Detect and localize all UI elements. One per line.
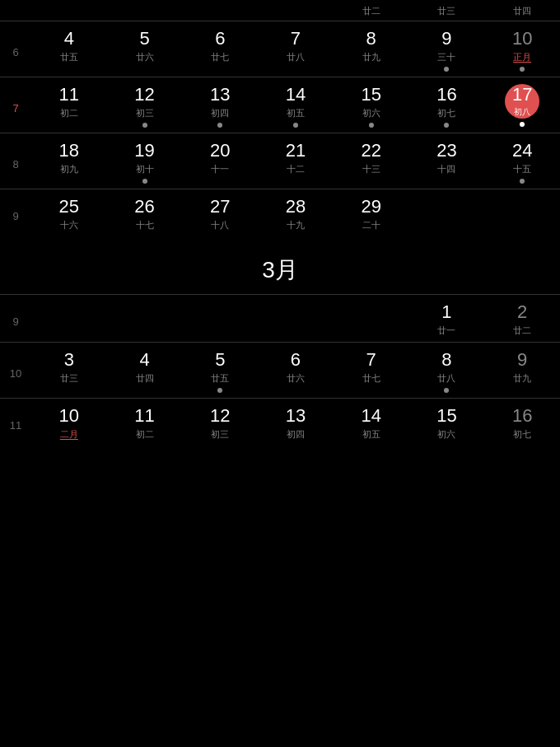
day-num: 10	[59, 405, 79, 427]
day-sub: 廿五	[60, 51, 78, 63]
day-num: 16	[512, 405, 532, 427]
day-cell[interactable]: 20 十一	[182, 133, 258, 189]
day-sub: 廿四	[513, 5, 531, 17]
day-cell[interactable]: 12 初三	[107, 77, 183, 133]
week-row-10-mar: 10 3 廿三 4 廿四 5 廿五 6 廿六 7 廿七 8 廿八 9 廿九	[0, 342, 560, 398]
day-num: 12	[134, 84, 154, 105]
day-cell[interactable]: 8 廿八	[409, 342, 485, 398]
week-row-8: 8 18 初九 19 初十 20 十一 21 十二 22 十三 23 十四 24…	[0, 133, 560, 189]
day-cell[interactable]: 4 廿五	[31, 21, 107, 77]
day-cell[interactable]: 13 初四	[258, 398, 334, 446]
day-cell[interactable]: 26 十七	[107, 189, 183, 236]
week-row-11-mar: 11 10 二月 11 初二 12 初三 13 初四 14 初五 15 初六 1…	[0, 398, 560, 446]
day-sub: 正月	[513, 51, 531, 63]
day-num: 14	[286, 84, 306, 105]
day-cell[interactable]: 10 正月	[484, 21, 560, 77]
day-cell[interactable]: 5 廿六	[107, 21, 183, 77]
day-num: 11	[134, 405, 154, 427]
top-day-4	[258, 0, 334, 21]
day-cell[interactable]: 8 廿九	[334, 21, 409, 77]
day-cell[interactable]: 7 廿七	[334, 342, 409, 398]
day-cell[interactable]: 16 初七	[484, 398, 560, 446]
day-cell[interactable]: 5 廿五	[182, 342, 258, 398]
event-dot	[520, 179, 525, 184]
day-sub: 初三	[211, 428, 229, 441]
day-sub: 廿九	[513, 372, 531, 385]
day-cell[interactable]: 14 初五	[334, 398, 409, 446]
day-sub: 初三	[136, 107, 154, 119]
week-num-10-mar: 10	[0, 342, 31, 398]
day-sub: 廿二	[513, 324, 531, 337]
day-cell[interactable]: 22 十三	[334, 133, 409, 189]
day-cell[interactable]: 6 廿七	[182, 21, 258, 77]
day-cell[interactable]: 14 初五	[258, 77, 334, 133]
day-cell[interactable]: 3 廿三	[31, 342, 107, 398]
week-row-6: 6 4 廿五 5 廿六 6 廿七 7 廿八 8 廿九 9 三十 10 正月	[0, 21, 560, 77]
day-cell[interactable]: 1 廿一	[409, 294, 485, 342]
day-num: 21	[286, 140, 306, 161]
day-cell[interactable]: 15 初六	[409, 398, 485, 446]
day-cell[interactable]: 13 初四	[182, 77, 258, 133]
event-dot	[142, 123, 147, 128]
week-num-6: 6	[0, 21, 31, 77]
week-row-7: 7 11 初二 12 初三 13 初四 14 初五 15 初六 16 初七	[0, 77, 560, 133]
day-num: 24	[512, 140, 532, 161]
day-cell-empty	[258, 294, 334, 342]
day-cell[interactable]: 29 二十	[334, 189, 409, 236]
day-cell-empty	[484, 189, 560, 236]
day-cell[interactable]: 28 十九	[258, 189, 334, 236]
event-dot	[444, 123, 449, 128]
day-cell[interactable]: 12 初三	[182, 398, 258, 446]
day-cell-today[interactable]: 17 初八	[484, 77, 560, 133]
day-cell[interactable]: 18 初九	[31, 133, 107, 189]
day-num: 12	[210, 405, 230, 427]
day-cell[interactable]: 11 初二	[107, 398, 183, 446]
day-num: 7	[291, 28, 301, 49]
day-cell[interactable]: 16 初七	[409, 77, 485, 133]
day-sub: 十五	[513, 163, 531, 175]
day-sub: 初九	[60, 163, 78, 175]
day-num: 16	[436, 84, 456, 105]
day-sub: 廿七	[362, 372, 380, 385]
day-num: 18	[59, 140, 79, 161]
day-cell[interactable]: 7 廿八	[258, 21, 334, 77]
day-cell[interactable]: 15 初六	[334, 77, 409, 133]
day-sub: 三十	[437, 51, 455, 63]
day-cell[interactable]: 9 廿九	[484, 342, 560, 398]
day-cell[interactable]: 10 二月	[31, 398, 107, 446]
day-num: 1	[441, 301, 451, 323]
day-cell[interactable]: 4 廿四	[107, 342, 183, 398]
day-sub: 初二	[136, 428, 154, 441]
day-cell[interactable]: 27 十八	[182, 189, 258, 236]
day-num: 22	[361, 140, 380, 161]
event-dot	[444, 67, 449, 72]
day-num: 14	[361, 405, 380, 427]
day-sub: 十四	[437, 163, 455, 175]
march-header: 3月	[0, 236, 560, 294]
day-sub: 十七	[136, 219, 154, 231]
day-cell[interactable]: 6 廿六	[258, 342, 334, 398]
day-cell[interactable]: 2 廿二	[484, 294, 560, 342]
day-cell[interactable]: 24 十五	[484, 133, 560, 189]
day-num: 9	[517, 349, 527, 371]
day-cell[interactable]: 25 十六	[31, 189, 107, 236]
day-cell[interactable]: 19 初十	[107, 133, 183, 189]
day-num: 8	[441, 349, 451, 371]
day-sub: 初六	[437, 428, 455, 441]
day-cell-empty	[31, 294, 107, 342]
day-cell-empty	[409, 189, 485, 236]
day-num: 4	[139, 349, 149, 371]
day-cell[interactable]: 11 初二	[31, 77, 107, 133]
today-badge: 17 初八	[505, 84, 539, 119]
top-day-1	[31, 0, 107, 21]
day-cell[interactable]: 23 十四	[409, 133, 485, 189]
day-num: 29	[361, 196, 380, 217]
day-num: 15	[436, 405, 456, 427]
day-cell[interactable]: 21 十二	[258, 133, 334, 189]
week-num-9: 9	[0, 189, 31, 236]
day-cell[interactable]: 9 三十	[409, 21, 485, 77]
day-cell-empty	[334, 294, 409, 342]
day-sub: 初八	[514, 106, 530, 118]
day-sub: 廿一	[437, 324, 455, 337]
day-sub: 廿二	[362, 5, 380, 17]
